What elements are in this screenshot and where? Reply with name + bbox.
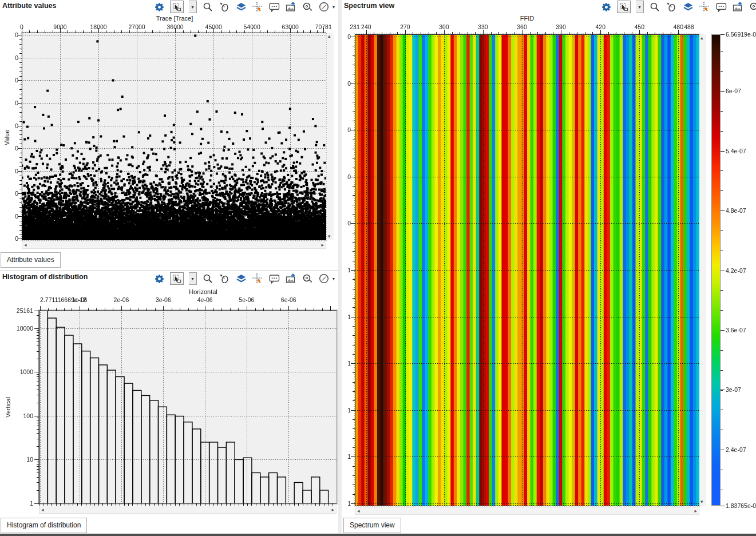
tick-label: 0 — [343, 220, 351, 227]
crosshair-position-icon[interactable] — [252, 1, 263, 13]
zoom-icon[interactable] — [649, 1, 660, 13]
measure-icon[interactable] — [302, 1, 313, 13]
select-mode-dropdown[interactable]: ▾ — [636, 1, 644, 13]
export-image-icon[interactable] — [732, 1, 743, 13]
comment-icon[interactable] — [268, 273, 280, 284]
tick-label: 0 — [8, 213, 18, 220]
scroll-right-arrow[interactable]: ▸ — [694, 509, 697, 514]
y-axis-title: Value — [3, 130, 10, 145]
select-mode-button[interactable] — [617, 1, 631, 13]
select-mode-dropdown[interactable]: ▾ — [189, 272, 197, 285]
mouse-pan-icon[interactable] — [219, 1, 230, 13]
tick-label: 3e-07 — [726, 386, 741, 393]
scroll-left-arrow[interactable]: ◂ — [41, 507, 44, 513]
spectrum-canvas[interactable] — [345, 26, 705, 508]
toolbar: ▾▾ — [600, 0, 756, 14]
tick-label: 0 — [8, 77, 18, 84]
comment-icon[interactable] — [715, 1, 727, 13]
panel-spectrum-view: Spectrum view ▾▾ FFID ▴▾ ◂▸ Spectrum vie… — [342, 0, 756, 533]
compass-icon[interactable] — [318, 1, 330, 13]
tick-label: 4e-06 — [188, 296, 222, 303]
tick-label: 1000 — [9, 368, 33, 375]
select-mode-button[interactable] — [170, 1, 184, 13]
tick-label: 4.8e-07 — [726, 207, 746, 214]
crosshair-position-icon[interactable] — [699, 1, 710, 13]
comment-icon[interactable] — [268, 1, 280, 13]
tick-label: 0 — [343, 126, 351, 133]
compass-icon[interactable] — [318, 273, 330, 284]
vertical-scrollbar[interactable]: ▴▾ — [699, 34, 706, 506]
settings-gear-icon[interactable] — [153, 1, 165, 13]
scroll-left-arrow[interactable]: ◂ — [24, 243, 27, 248]
settings-gear-icon[interactable] — [600, 1, 612, 13]
tick-label: 36000 — [164, 23, 187, 30]
horizontal-scrollbar[interactable]: ◂▸ — [22, 241, 326, 249]
scroll-down-arrow[interactable]: ▾ — [700, 499, 703, 505]
tick-label: 0 — [8, 190, 18, 197]
tick-label: 1 — [343, 360, 351, 367]
tick-label: 5.4e-07 — [726, 148, 746, 154]
tick-label: 9000 — [49, 23, 72, 30]
scroll-up-arrow[interactable]: ▴ — [700, 35, 703, 41]
horizontal-scrollbar[interactable]: ◂▸ — [355, 507, 699, 515]
scroll-right-arrow[interactable]: ▸ — [331, 507, 334, 513]
panel-separator — [0, 270, 338, 271]
scroll-right-arrow[interactable]: ▸ — [321, 243, 324, 248]
export-image-icon[interactable] — [285, 1, 296, 13]
tick-label: 54000 — [240, 23, 263, 30]
tick-label: 27000 — [125, 23, 148, 30]
panel-title: Spectrum view — [344, 2, 394, 10]
tick-label: 45000 — [202, 23, 225, 30]
scatter-plot-canvas[interactable] — [11, 25, 333, 243]
x-axis-title: Horizontal — [166, 288, 240, 295]
tick-label: 420 — [590, 23, 611, 30]
tick-label: 10 — [9, 456, 33, 463]
scroll-down-arrow[interactable]: ▾ — [328, 234, 331, 239]
compass-dropdown[interactable]: ▾ — [333, 276, 335, 281]
tick-label: 6e-06 — [271, 296, 306, 303]
export-image-icon[interactable] — [285, 273, 296, 284]
layers-icon[interactable] — [682, 1, 694, 13]
measure-icon[interactable] — [749, 1, 756, 13]
histogram-canvas[interactable] — [10, 303, 341, 510]
tick-label: 0 — [343, 33, 351, 40]
tick-label: 0 — [8, 54, 18, 61]
tick-label: 0 — [10, 23, 33, 30]
crosshair-position-icon[interactable] — [252, 273, 263, 284]
panel-histogram: Histogram of distribution ▾▾ Horizontal … — [0, 271, 338, 533]
tick-label: 0 — [343, 80, 351, 87]
select-mode-button[interactable] — [170, 272, 184, 285]
mouse-pan-icon[interactable] — [666, 1, 677, 13]
vertical-scrollbar[interactable]: ▴▾ — [327, 33, 334, 240]
tick-label: 2e-06 — [104, 296, 138, 303]
zoom-icon[interactable] — [202, 1, 213, 13]
tick-label: 360 — [512, 23, 532, 30]
tick-label: 488 — [679, 23, 699, 30]
mouse-pan-icon[interactable] — [219, 273, 230, 284]
scroll-up-arrow[interactable]: ▴ — [328, 34, 331, 39]
tick-label: 25161 — [9, 307, 33, 314]
layers-icon[interactable] — [235, 273, 247, 284]
tick-label: 3e-06 — [146, 296, 180, 303]
tab-attribute-values[interactable]: Attribute values — [1, 252, 61, 268]
horizontal-scrollbar[interactable]: ◂▸ — [39, 506, 337, 514]
tick-label: 0 — [8, 168, 18, 174]
compass-dropdown[interactable]: ▾ — [333, 5, 335, 10]
layers-icon[interactable] — [235, 1, 247, 13]
select-mode-dropdown[interactable]: ▾ — [189, 1, 197, 13]
settings-gear-icon[interactable] — [153, 273, 165, 284]
tick-label: 2.4e-07 — [726, 446, 746, 453]
tick-label: 1e-06 — [62, 296, 97, 303]
scroll-left-arrow[interactable]: ◂ — [357, 509, 360, 514]
tick-label: 1 — [343, 313, 351, 320]
tab-spectrum-view[interactable]: Spectrum view — [343, 518, 401, 533]
tick-label: 3.6e-07 — [726, 327, 746, 333]
tick-label: 63000 — [279, 23, 302, 30]
tab-histogram[interactable]: Histogram of distribution — [1, 518, 87, 533]
measure-icon[interactable] — [302, 273, 313, 284]
zoom-icon[interactable] — [202, 273, 213, 284]
tick-label: 0 — [343, 173, 351, 180]
tick-label: 6e-07 — [726, 88, 741, 94]
tick-label: 18000 — [87, 23, 110, 30]
tick-label: 240 — [356, 23, 377, 30]
